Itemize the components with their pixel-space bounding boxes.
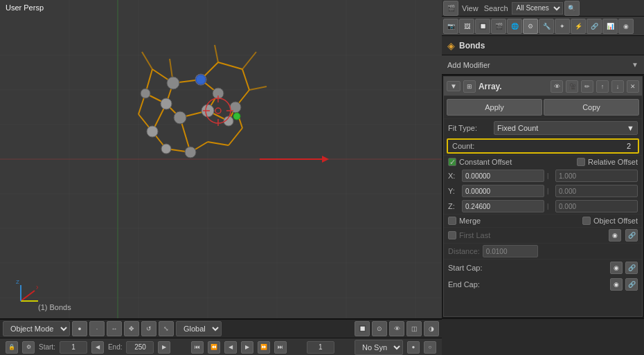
z-relative-value[interactable]: 0.000 bbox=[555, 200, 638, 212]
merge-checkbox[interactable]: Merge bbox=[448, 217, 481, 225]
end-cap-link[interactable]: 🔗 bbox=[625, 278, 638, 291]
object-props-icon[interactable]: ⚙ bbox=[523, 19, 538, 34]
output-icon[interactable]: 🖼 bbox=[459, 19, 474, 34]
play-icon[interactable]: ▶ bbox=[241, 341, 253, 354]
start-cap-link[interactable]: 🔗 bbox=[625, 262, 638, 274]
play-reverse-icon[interactable]: ◀ bbox=[224, 341, 237, 354]
settings-icon[interactable]: ⚙ bbox=[22, 341, 35, 354]
end-inc-icon[interactable]: ▶ bbox=[158, 341, 170, 354]
y-relative-value[interactable]: 0.000 bbox=[555, 185, 638, 197]
overlay-icon[interactable]: 👁 bbox=[389, 321, 404, 336]
first-last-checkbox[interactable]: First Last bbox=[448, 231, 490, 239]
lock-icon[interactable]: 🔒 bbox=[6, 341, 18, 354]
skip-end-icon[interactable]: ⏭ bbox=[274, 341, 287, 354]
world-icon[interactable]: 🌐 bbox=[507, 19, 522, 34]
object-offset-checkbox[interactable]: Object Offset bbox=[582, 217, 638, 225]
add-modifier-bar[interactable]: Add Modifier ▼ bbox=[442, 55, 644, 75]
copy-button[interactable]: Copy bbox=[544, 99, 639, 116]
apply-button[interactable]: Apply bbox=[447, 99, 542, 116]
snap-icon[interactable]: 🔲 bbox=[355, 321, 370, 336]
svg-point-60 bbox=[196, 75, 206, 84]
view-label[interactable]: View bbox=[460, 4, 481, 12]
svg-text:Z: Z bbox=[16, 279, 19, 285]
modifier-icon[interactable]: 🔧 bbox=[539, 19, 554, 34]
object-offset-picker[interactable]: ◉ bbox=[609, 229, 621, 242]
viewport-bottom: Object Mode ● · ↔ ✥ ↺ ⤡ Global 🔲 ⊙ 👁 ◫ ◑… bbox=[0, 318, 442, 355]
distance-value[interactable]: 0.0100 bbox=[483, 245, 538, 257]
render-icon[interactable]: 🎬 bbox=[443, 1, 458, 16]
svg-line-43 bbox=[142, 52, 152, 69]
skip-start-icon[interactable]: ⏮ bbox=[191, 341, 204, 354]
viewport-dot-icon[interactable]: · bbox=[89, 321, 105, 336]
move-icon[interactable]: ✥ bbox=[124, 321, 139, 336]
pivot-icon[interactable]: ⊙ bbox=[372, 321, 387, 336]
current-frame-input[interactable] bbox=[307, 341, 334, 354]
y-row: Y: 0.00000 | 0.000 bbox=[444, 183, 642, 199]
svg-point-54 bbox=[141, 89, 150, 98]
fit-type-label: Fit Type: bbox=[448, 124, 490, 132]
count-value[interactable]: 2 bbox=[627, 142, 634, 150]
constraints-icon[interactable]: 🔗 bbox=[587, 19, 602, 34]
start-frame-input[interactable] bbox=[60, 341, 87, 354]
sync-select[interactable]: No Sync bbox=[355, 340, 403, 355]
physics-icon[interactable]: ⚡ bbox=[571, 19, 586, 34]
props-title: Bonds bbox=[459, 41, 485, 51]
fit-type-dropdown[interactable]: Fixed Count ▼ bbox=[494, 121, 638, 135]
keying-icon[interactable]: ● bbox=[407, 341, 420, 354]
y-constant-value[interactable]: 0.00000 bbox=[462, 185, 544, 197]
object-offset-cb-icon bbox=[582, 217, 591, 225]
collapse-btn[interactable]: ▼ bbox=[447, 81, 460, 91]
apply-copy-row: Apply Copy bbox=[444, 96, 642, 118]
object-offset-eye[interactable]: 🔗 bbox=[625, 229, 638, 242]
x-constant-value[interactable]: 0.00000 bbox=[462, 170, 544, 182]
end-cap-row: End Cap: ◉ 🔗 bbox=[444, 276, 642, 293]
axes-indicator: X Y Z bbox=[10, 277, 38, 304]
material-icon[interactable]: ◉ bbox=[618, 19, 634, 34]
svg-line-45 bbox=[215, 45, 218, 62]
edit-mode-icon[interactable]: ✏ bbox=[581, 80, 593, 93]
xray-icon[interactable]: ◫ bbox=[406, 321, 422, 336]
close-modifier-icon[interactable]: ✕ bbox=[627, 80, 639, 93]
step-forward-icon[interactable]: ⏩ bbox=[258, 341, 270, 354]
relative-offset-checkbox[interactable]: Relative Offset bbox=[577, 158, 638, 166]
rotate-icon[interactable]: ↺ bbox=[141, 321, 156, 336]
y-separator: | bbox=[547, 188, 553, 194]
data-icon[interactable]: 📊 bbox=[602, 19, 618, 34]
svg-point-48 bbox=[167, 77, 179, 89]
start-cap-label: Start Cap: bbox=[448, 264, 490, 272]
end-frame-input[interactable] bbox=[126, 341, 154, 354]
svg-line-47 bbox=[249, 87, 267, 90]
particles-icon[interactable]: ✦ bbox=[555, 19, 570, 34]
global-select[interactable]: Global bbox=[176, 321, 222, 336]
camera-icon[interactable]: 👁 bbox=[551, 80, 563, 93]
start-cap-icon[interactable]: ◉ bbox=[610, 262, 623, 274]
object-offset-label: Object Offset bbox=[593, 217, 638, 225]
keying2-icon[interactable]: ○ bbox=[424, 341, 436, 354]
count-label: Count: bbox=[452, 142, 494, 150]
z-label: Z: bbox=[448, 202, 459, 210]
view-layer-icon[interactable]: 🔲 bbox=[475, 19, 490, 34]
end-cap-icon[interactable]: ◉ bbox=[610, 278, 623, 291]
add-modifier-label: Add Modifier bbox=[447, 61, 632, 69]
z-constant-value[interactable]: 0.24600 bbox=[462, 200, 544, 212]
move-up-icon[interactable]: ↑ bbox=[596, 80, 609, 93]
search-label[interactable]: Search bbox=[482, 4, 510, 12]
render-visible-icon[interactable]: 🎥 bbox=[566, 80, 578, 93]
transform-icon[interactable]: ↔ bbox=[107, 321, 122, 336]
mode-select[interactable]: Object Mode bbox=[3, 321, 70, 336]
scale-icon[interactable]: ⤡ bbox=[159, 321, 174, 336]
modifier-panel: ▼ ⊞ Array. 👁 🎥 ✏ ↑ ↓ ✕ Apply Copy Fit Ty… bbox=[443, 76, 643, 317]
start-dec-icon[interactable]: ◀ bbox=[91, 341, 104, 354]
viewport[interactable]: User Persp bbox=[0, 0, 442, 318]
search-icon[interactable]: 🔍 bbox=[564, 1, 580, 16]
move-down-icon[interactable]: ↓ bbox=[611, 80, 624, 93]
viewport-shading-icon[interactable]: ◑ bbox=[424, 321, 439, 336]
render-props-icon[interactable]: 📷 bbox=[443, 19, 458, 34]
step-back-icon[interactable]: ⏪ bbox=[208, 341, 220, 354]
x-relative-value[interactable]: 1.000 bbox=[555, 170, 638, 182]
scene-select[interactable]: All Scenes bbox=[512, 2, 563, 15]
constant-offset-checkbox[interactable]: ✓ Constant Offset bbox=[448, 158, 512, 166]
distance-row: Distance: 0.0100 bbox=[444, 243, 642, 259]
scene-icon[interactable]: 🎬 bbox=[491, 19, 506, 34]
viewport-circle-icon[interactable]: ● bbox=[72, 321, 87, 336]
